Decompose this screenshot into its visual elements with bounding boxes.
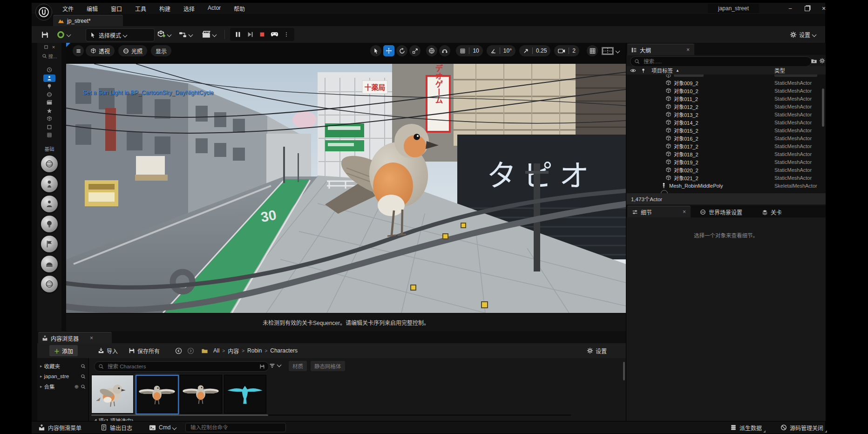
rotate-tool-button[interactable] — [396, 45, 407, 56]
scale-tool-button[interactable] — [409, 45, 420, 56]
show-dropdown[interactable]: 显示 — [151, 45, 171, 56]
filter-pill-0[interactable]: 材质 — [289, 361, 307, 371]
place-category-basic-icon[interactable] — [43, 75, 55, 82]
unreal-logo-icon[interactable] — [35, 4, 52, 20]
table-row[interactable]: 对象013_2StaticMeshActor — [626, 110, 826, 118]
menu-item-7[interactable]: 帮助 — [227, 5, 251, 13]
nav-project[interactable]: ▸japan_stre — [37, 371, 88, 381]
save-all-button[interactable]: 保存所有 — [129, 345, 160, 356]
content-browser-tab[interactable]: 内容浏览器 × — [38, 332, 112, 344]
menu-item-3[interactable]: 工具 — [129, 5, 153, 13]
tab-world-settings[interactable]: 世界场景设置 — [695, 206, 747, 217]
place-item-sphere[interactable] — [41, 276, 58, 292]
content-browser-settings-button[interactable]: 设置 — [587, 345, 607, 356]
close-panel-icon[interactable]: × — [52, 44, 55, 50]
table-row[interactable]: 对象009_2StaticMeshActor — [626, 79, 826, 87]
place-category-lights-icon[interactable] — [43, 82, 55, 90]
outliner-search-input[interactable] — [643, 58, 807, 65]
search-icon[interactable] — [81, 384, 86, 389]
menu-item-4[interactable]: 构建 — [153, 5, 177, 13]
maximize-viewport-button[interactable] — [587, 45, 598, 56]
breadcrumb-item-3[interactable]: Characters — [270, 347, 298, 354]
nav-favorites[interactable]: ▸收藏夹 — [37, 361, 88, 371]
minimize-button[interactable]: – — [783, 4, 797, 13]
table-row[interactable]: 对象011_2StaticMeshActor — [626, 95, 826, 102]
menu-item-6[interactable]: Actor — [201, 5, 227, 13]
close-icon[interactable]: × — [683, 209, 686, 215]
viewport-panel[interactable]: 透视 光照 显示 10 10° 0.25 2 — [66, 43, 626, 313]
nav-collections[interactable]: ▸合集⊕ — [37, 381, 88, 392]
asset-thumbnail-robin-preview-level[interactable] — [91, 375, 134, 414]
play-options-button[interactable] — [280, 29, 292, 40]
view-mode-dropdown[interactable]: 光照 — [118, 45, 147, 56]
rotation-snap-control[interactable]: 10° — [487, 45, 515, 56]
outliner-search-box[interactable] — [630, 56, 812, 67]
editor-settings-button[interactable]: 设置 — [790, 28, 816, 41]
table-row[interactable]: 对象017_2StaticMeshActor — [626, 142, 826, 150]
tab-details[interactable]: 细节 × — [627, 206, 691, 217]
search-icon[interactable] — [81, 364, 86, 369]
tab-levels[interactable]: 关卡 — [757, 206, 787, 217]
place-item-sky-sphere[interactable] — [41, 256, 58, 272]
table-row[interactable]: 对象015_2StaticMeshActor — [626, 126, 826, 134]
table-row[interactable]: 对象012_2StaticMeshActor — [626, 102, 826, 110]
launch-platforms-button[interactable] — [57, 28, 70, 41]
restore-button[interactable] — [800, 4, 814, 13]
save-search-icon[interactable] — [259, 364, 265, 369]
breadcrumb-item-1[interactable]: 内容 — [228, 347, 239, 355]
asset-thumbnail-robin-skeletal-mesh[interactable] — [136, 375, 179, 414]
place-item-point-light[interactable] — [41, 216, 58, 232]
breadcrumb-item-0[interactable]: All — [213, 347, 219, 354]
add-actor-button[interactable] — [156, 28, 171, 41]
table-row[interactable]: 对象018_2StaticMeshActor — [626, 150, 826, 158]
place-category-recently-placed-icon[interactable] — [43, 66, 55, 74]
scale-snap-control[interactable]: 0.25 — [519, 45, 550, 56]
type-column-header[interactable]: 类型 — [774, 67, 785, 74]
blueprints-button[interactable] — [179, 28, 192, 41]
menu-item-0[interactable]: 文件 — [56, 5, 80, 13]
add-content-button[interactable]: ＋添加 — [49, 345, 78, 356]
viewport-layout-button[interactable] — [602, 47, 619, 55]
expand-arrow-icon[interactable]: ▸ — [40, 364, 42, 368]
menu-item-5[interactable]: 选择 — [177, 5, 201, 13]
filters-button[interactable] — [269, 362, 281, 369]
place-item-character[interactable] — [41, 196, 58, 212]
grid-snap-control[interactable]: 10 — [456, 45, 482, 56]
camera-speed-control[interactable]: 2 — [554, 45, 579, 56]
place-actors-search[interactable]: 搜... — [37, 51, 61, 61]
place-category-cinematic-icon[interactable] — [43, 99, 55, 106]
table-row[interactable]: 对象021_2StaticMeshActor — [626, 174, 826, 182]
perspective-dropdown[interactable]: 透视 — [86, 45, 115, 56]
expand-arrow-icon[interactable]: ▸ — [40, 374, 42, 379]
outliner-scrollbar-thumb[interactable] — [822, 88, 824, 127]
asset-search-box[interactable] — [94, 361, 269, 372]
create-folder-icon[interactable] — [811, 57, 817, 64]
place-category-visual-effects-icon[interactable] — [43, 107, 55, 115]
level-tab[interactable]: jp_street* — [53, 15, 123, 27]
search-icon[interactable] — [81, 374, 86, 379]
visibility-column-icon[interactable] — [630, 68, 636, 74]
place-category-shapes-icon[interactable] — [43, 91, 55, 98]
eject-possess-button[interactable] — [268, 29, 280, 40]
cmd-dropdown[interactable]: Cmd — [149, 423, 176, 432]
vertical-scrollbar-thumb[interactable] — [623, 362, 625, 380]
breadcrumb-item-2[interactable]: Robin — [247, 347, 262, 354]
derived-data-button[interactable]: 派生数据 — [730, 423, 762, 432]
output-log-button[interactable]: 输出日志 — [101, 423, 132, 432]
table-row[interactable]: Mesh_RobinMiddlePolySkeletalMeshActor — [626, 182, 826, 190]
place-category-volumes-icon[interactable] — [43, 123, 55, 131]
filter-pill-1[interactable]: 静态网格体 — [311, 361, 345, 371]
table-row[interactable]: 对象014_2StaticMeshActor — [626, 118, 826, 126]
console-command-box[interactable] — [185, 423, 286, 432]
menu-item-1[interactable]: 编辑 — [80, 5, 104, 13]
asset-thumbnail-robin-static-mesh[interactable] — [180, 375, 222, 414]
world-local-toggle[interactable] — [426, 45, 437, 56]
outliner-settings-icon[interactable] — [819, 57, 825, 64]
place-category-all-classes-icon[interactable] — [43, 131, 55, 139]
table-row[interactable]: 对象020_2StaticMeshActor — [626, 166, 826, 174]
close-window-button[interactable]: × — [817, 4, 831, 13]
expand-arrow-icon[interactable]: ▸ — [40, 384, 42, 389]
pause-button[interactable] — [232, 29, 244, 40]
horizontal-scrollbar[interactable] — [91, 414, 571, 416]
item-label-column-header[interactable]: 项目标签 — [651, 67, 673, 74]
